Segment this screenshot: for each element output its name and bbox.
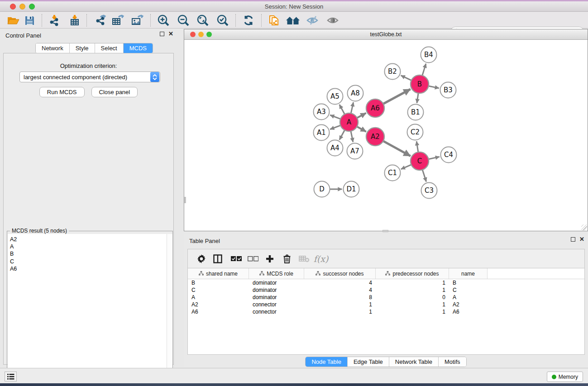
table-row[interactable]: A6connector11A6 [188,308,584,315]
edge-A-A1[interactable] [330,125,340,129]
table-cell[interactable]: 4 [304,279,376,286]
result-list-item[interactable]: C [10,258,167,265]
result-list-item[interactable]: A6 [10,265,167,272]
result-list-item[interactable]: A [10,243,167,250]
split-column-icon[interactable] [210,252,225,266]
edge-C-C2[interactable] [416,141,418,152]
table-row[interactable]: A2connector11A2 [188,301,584,308]
select-all-checkboxes-icon[interactable] [229,252,244,266]
network-titlebar[interactable]: testGlobe.txt [184,29,588,40]
column-header-name[interactable]: name [449,268,488,279]
save-session-icon[interactable] [22,13,37,28]
edge-A-A5[interactable] [339,105,345,114]
close-panel-icon[interactable]: ✕ [168,32,173,36]
canvas-bottom-handle[interactable] [382,230,388,232]
table-cell[interactable]: dominator [249,286,304,294]
tab-network[interactable]: Network [36,43,70,53]
zoom-in-icon[interactable] [156,13,171,28]
edge-A-A4[interactable] [339,130,345,140]
node-D1[interactable]: D1 [344,181,359,197]
table-cell[interactable]: connector [249,301,304,308]
zoom-fit-icon[interactable] [195,13,210,28]
edge-A-A3[interactable] [330,115,340,119]
edge-C-C1[interactable] [401,165,411,169]
tab-select[interactable]: Select [95,43,124,53]
node-B3[interactable]: B3 [440,82,456,98]
table-row[interactable]: Bdominator41B [188,279,584,286]
table-cell[interactable]: A6 [449,308,488,315]
float-table-panel-icon[interactable] [571,237,575,242]
table-cell[interactable]: A [188,294,249,301]
node-C2[interactable]: C2 [407,124,423,140]
canvas-left-handle[interactable] [184,197,186,203]
hide-details-eye-icon[interactable] [305,13,320,28]
table-cell[interactable]: 8 [304,294,376,301]
zoom-selected-icon[interactable] [215,13,230,28]
edge-A2-C[interactable] [383,141,411,156]
clone-network-icon[interactable] [266,13,282,28]
tab-style[interactable]: Style [70,43,95,53]
edge-B-B3[interactable] [429,86,439,88]
node-C1[interactable]: C1 [385,165,401,181]
edge-C-C3[interactable] [422,170,426,181]
node-C3[interactable]: C3 [421,183,437,199]
result-list-item[interactable]: B [10,250,167,257]
edge-C-C4[interactable] [429,157,440,159]
refresh-layout-icon[interactable] [241,13,256,28]
table-cell[interactable]: dominator [249,294,304,301]
edge-A6-B[interactable] [383,89,411,104]
edge-B-B1[interactable] [417,93,418,103]
edge-A-A6[interactable] [357,113,366,118]
node-A7[interactable]: A7 [347,143,363,159]
node-B1[interactable]: B1 [408,105,424,120]
table-cell[interactable]: B [188,279,249,286]
edge-A-A8[interactable] [351,102,353,113]
tab-edge-table[interactable]: Edge Table [348,357,389,367]
mcds-result-list[interactable]: A2ABCA6 [8,234,172,386]
table-cell[interactable]: 4 [304,286,376,294]
delete-column-trash-icon[interactable] [280,252,294,266]
table-cell[interactable]: 1 [376,286,449,294]
column-header-MCDS-role[interactable]: MCDS role [249,268,304,279]
edge-B-B4[interactable] [422,64,426,76]
delete-table-icon[interactable] [297,252,311,266]
table-cell[interactable]: connector [249,308,304,315]
table-cell[interactable]: 1 [376,301,449,308]
import-network-icon[interactable] [47,13,62,28]
table-cell[interactable]: 0 [376,294,449,301]
node-B[interactable]: B [411,75,429,93]
table-row[interactable]: Adominator80A [188,294,584,301]
node-C[interactable]: C [411,152,429,170]
table-settings-gear-icon[interactable] [194,252,209,266]
run-mcds-button[interactable]: Run MCDS [39,87,85,97]
result-list-item[interactable]: A2 [10,236,167,243]
tab-network-table[interactable]: Network Table [389,357,439,367]
table-cell[interactable]: A2 [449,301,488,308]
column-header-predecessor-nodes[interactable]: predecessor nodes [376,268,449,279]
node-B2[interactable]: B2 [385,64,401,80]
edge-B-B2[interactable] [401,76,411,81]
home-view-icon[interactable] [285,13,301,28]
result-scrollbar[interactable] [167,234,172,386]
open-session-icon[interactable] [5,13,21,28]
node-B4[interactable]: B4 [421,47,437,63]
table-row[interactable]: Cdominator41C [188,286,584,294]
table-cell[interactable]: A2 [188,301,249,308]
zoom-out-icon[interactable] [176,13,191,28]
node-A4[interactable]: A4 [327,140,343,156]
node-A5[interactable]: A5 [327,89,343,105]
tab-motifs[interactable]: Motifs [439,357,466,367]
export-image-icon[interactable] [129,13,145,28]
table-cell[interactable]: A [449,294,488,301]
edge-A-A2[interactable] [357,127,366,132]
node-table[interactable]: shared nameMCDS rolesuccessor nodesprede… [187,268,585,355]
tab-node-table[interactable]: Node Table [306,357,348,367]
column-header-shared-name[interactable]: shared name [188,268,249,279]
node-A2[interactable]: A2 [366,128,384,146]
table-cell[interactable]: C [188,286,249,294]
node-A3[interactable]: A3 [314,104,330,120]
close-panel-button[interactable]: Close panel [91,87,138,97]
node-A6[interactable]: A6 [366,99,384,117]
deselect-all-checkboxes-icon[interactable] [246,252,260,266]
table-cell[interactable]: C [449,286,488,294]
